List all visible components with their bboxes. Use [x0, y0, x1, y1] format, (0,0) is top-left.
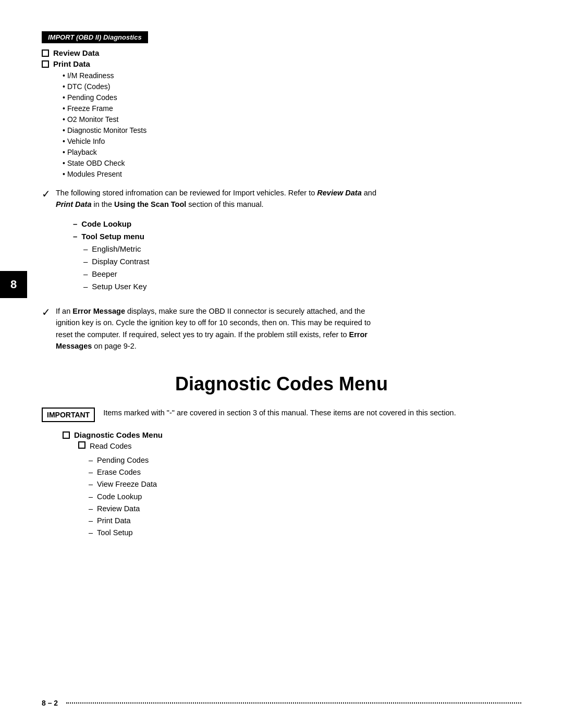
dcm-main-item: Diagnostic Codes Menu [63, 430, 521, 439]
print-sub-item: I/M Readiness [63, 70, 521, 81]
note2-block: ✓ If an Error Message displays, make sur… [42, 305, 521, 352]
dcm-main-label: Diagnostic Codes Menu [74, 430, 163, 439]
dcm-sub-item: Erase Codes [89, 466, 521, 478]
review-data-item: Review Data [42, 48, 521, 57]
dcm-sub: Read Codes Pending CodesErase CodesView … [78, 440, 521, 539]
print-sub-item: Playback [63, 147, 521, 158]
checkmark-icon: ✓ [42, 186, 51, 202]
dash-item: Tool Setup menu [73, 230, 521, 243]
note1-section: section of this manual. [186, 200, 263, 208]
print-sub-item: Pending Codes [63, 92, 521, 103]
important-block: IMPORTANT Items marked with "-" are cove… [42, 408, 521, 422]
dcm-sub-item: Print Data [89, 515, 521, 527]
dash-sub-item: English/Metric [83, 243, 521, 255]
important-label: IMPORTANT [42, 408, 95, 422]
important-text: Items marked with "-" are covered in sec… [103, 408, 456, 419]
page: 8 IMPORT (OBD II) Diagnostics Review Dat… [0, 0, 563, 728]
review-data-checkbox [42, 50, 49, 57]
dcm-sub-item: Review Data [89, 503, 521, 515]
footer-dots [66, 702, 521, 704]
dcm-sub-item: Tool Setup [89, 527, 521, 539]
note1-inthe: in the [92, 200, 115, 208]
print-data-subitems: I/M ReadinessDTC (Codes)Pending CodesFre… [63, 70, 521, 180]
checkmark2-icon: ✓ [42, 304, 51, 320]
read-codes-checkbox [78, 441, 85, 449]
dash-sub-section: English/MetricDisplay ContrastBeeperSetu… [83, 243, 521, 293]
dcm-section: Diagnostic Codes Menu Read Codes Pending… [63, 430, 521, 539]
print-sub-item: O2 Monitor Test [63, 114, 521, 125]
read-codes-label: Read Codes [90, 440, 132, 452]
note1-review-data: Review Data [317, 189, 361, 197]
footer-page: 8 – 2 [42, 699, 58, 707]
dcm-sub-item: Code Lookup [89, 491, 521, 503]
print-sub-item: DTC (Codes) [63, 81, 521, 92]
dash-item: Code Lookup [73, 218, 521, 230]
print-sub-item: Vehicle Info [63, 136, 521, 147]
footer: 8 – 2 [42, 699, 521, 707]
header-bar: IMPORT (OBD II) Diagnostics [42, 31, 148, 43]
print-sub-item: Diagnostic Monitor Tests [63, 125, 521, 136]
note1-print-data: Print Data [56, 200, 92, 208]
note2-text: If an Error Message displays, make sure … [56, 305, 379, 352]
note1-block: ✓ The following stored infromation can b… [42, 187, 521, 211]
dash-sub-item: Display Contrast [83, 255, 521, 268]
note1-text: The following stored infromation can be … [56, 187, 379, 211]
note1-using-scan-tool: Using the Scan Tool [114, 200, 186, 208]
dash-sub-item: Beeper [83, 268, 521, 280]
print-data-item: Print Data [42, 59, 521, 68]
dcm-dash-items: Pending CodesErase CodesView Freeze Data… [89, 454, 521, 539]
dcm-sub-item: Pending Codes [89, 454, 521, 466]
print-data-checkbox [42, 60, 49, 68]
dcm-sub-item: View Freeze Data [89, 478, 521, 490]
review-data-label: Review Data [53, 48, 99, 57]
note1-part1: The following stored infromation can be … [56, 189, 317, 197]
note2-part1: If an [56, 307, 72, 315]
print-sub-item: State OBD Check [63, 158, 521, 169]
read-codes-item: Read Codes [78, 440, 521, 452]
section-tab: 8 [0, 271, 27, 298]
print-sub-item: Modules Present [63, 169, 521, 180]
print-data-label: Print Data [53, 59, 90, 68]
dash-section: Code LookupTool Setup menuEnglish/Metric… [73, 218, 521, 293]
print-sub-item: Freeze Frame [63, 103, 521, 114]
section-heading: Diagnostic Codes Menu [42, 373, 521, 395]
note2-part3: on page 9-2. [92, 342, 136, 350]
note1-and: and [362, 189, 376, 197]
dcm-checkbox [63, 431, 70, 439]
dash-sub-item: Setup User Key [83, 280, 521, 293]
note2-error-msg: Error Message [72, 307, 125, 315]
